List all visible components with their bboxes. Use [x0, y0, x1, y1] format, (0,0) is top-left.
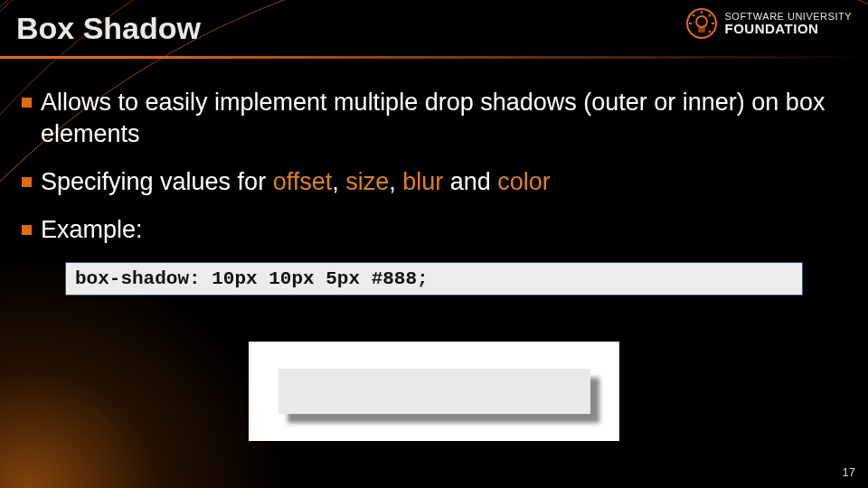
bullet-3: Example:: [22, 214, 846, 246]
code-example: box-shadow: 10px 10px 5px #888;: [65, 262, 803, 296]
lightbulb-gear-icon: [685, 7, 718, 40]
bullet-marker-icon: [22, 177, 32, 187]
bullet-2-text: Specifying values for offset, size, blur…: [41, 166, 551, 198]
bullet-1: Allows to easily implement multiple drop…: [22, 87, 846, 150]
bullet-1-text: Allows to easily implement multiple drop…: [41, 87, 846, 150]
accent-blur: blur: [402, 168, 443, 195]
svg-point-1: [696, 16, 707, 27]
page-number: 17: [843, 465, 855, 479]
logo-line-2: FOUNDATION: [725, 22, 853, 35]
bullet-3-text: Example:: [41, 214, 143, 246]
content-area: Allows to easily implement multiple drop…: [22, 87, 846, 296]
bullet-2: Specifying values for offset, size, blur…: [22, 166, 846, 198]
bullet-marker-icon: [22, 225, 32, 235]
accent-offset: offset: [273, 168, 333, 195]
accent-color: color: [497, 168, 551, 195]
accent-size: size: [345, 168, 389, 195]
bullet-marker-icon: [22, 98, 32, 108]
title-underline: [0, 56, 868, 59]
brand-logo: SOFTWARE UNIVERSITY FOUNDATION: [685, 7, 853, 40]
shadow-preview-box: [278, 369, 590, 414]
slide-title: Box Shadow: [16, 11, 201, 46]
shadow-preview-container: [249, 342, 619, 441]
